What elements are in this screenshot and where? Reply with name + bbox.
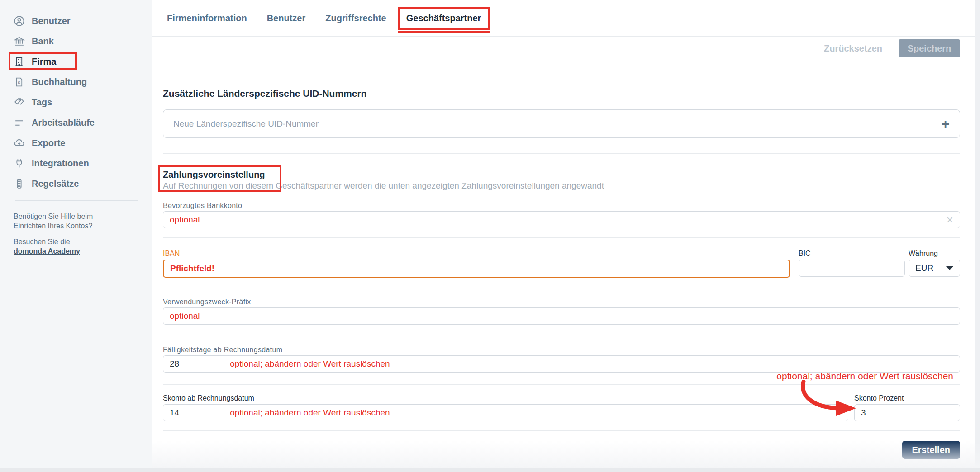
annotation-box-firma xyxy=(9,52,77,70)
sidebar-divider xyxy=(15,200,138,201)
payment-section-header: Zahlungsvoreinstellung Auf Rechnungen vo… xyxy=(163,170,960,190)
discount-days-value: 14 xyxy=(170,408,179,418)
chevron-down-icon xyxy=(946,266,953,270)
plug-icon xyxy=(14,158,25,169)
sidebar-item-buchhaltung[interactable]: $ Buchhaltung xyxy=(14,72,152,92)
tag-icon xyxy=(14,97,25,108)
discount-percent-input[interactable]: 3 xyxy=(854,404,960,421)
sidebar-item-exporte[interactable]: Exporte xyxy=(14,133,152,153)
discount-days-label: Skonto ab Rechnungsdatum xyxy=(163,394,848,402)
payment-section-subtitle: Auf Rechnungen von diesem Geschäftspartn… xyxy=(163,181,960,190)
sidebar-item-arbeitsablaeufe[interactable]: Arbeitsabläufe xyxy=(14,113,152,133)
due-days-hint: optional; abändern oder Wert rauslöschen xyxy=(230,359,390,369)
row-divider xyxy=(163,287,960,287)
currency-select[interactable]: EUR xyxy=(909,260,960,277)
sidebar-help-text: Benötigen Sie Hilfe beimEinrichten Ihres… xyxy=(14,212,152,256)
iban-row: IBAN Pflichtfeld! BIC Währung EUR xyxy=(163,250,960,278)
uid-section-title: Zusätzliche Länderspezifische UID-Nummer… xyxy=(163,89,960,99)
sidebar-item-bank[interactable]: Bank xyxy=(14,31,152,52)
sidebar-item-benutzer[interactable]: Benutzer xyxy=(14,11,152,31)
payment-section-title: Zahlungsvoreinstellung xyxy=(163,170,960,179)
sidebar-item-label: Buchhaltung xyxy=(32,77,87,87)
iban-input[interactable]: Pflichtfeld! xyxy=(163,260,790,278)
due-days-label: Fälligkeitstage ab Rechnungsdatum xyxy=(163,346,960,354)
discount-days-input[interactable]: 14 optional; abändern oder Wert rauslösc… xyxy=(163,404,848,421)
sidebar-item-label: Arbeitsabläufe xyxy=(32,118,95,128)
purpose-prefix-label: Verwendungszweck-Präfix xyxy=(163,298,960,306)
uid-input-placeholder: Neue Länderspezifische UID-Nummer xyxy=(173,119,319,129)
sidebar-item-label: Tags xyxy=(32,97,52,108)
currency-value: EUR xyxy=(915,263,933,273)
discount-row: Skonto ab Rechnungsdatum 14 optional; ab… xyxy=(163,394,960,421)
sidebar-item-label: Regelsätze xyxy=(32,179,79,189)
svg-text:$: $ xyxy=(18,80,21,85)
sidebar-item-integrationen[interactable]: Integrationen xyxy=(14,153,152,174)
invoice-icon: $ xyxy=(14,76,25,88)
geschaeftspartner-form: Zusätzliche Länderspezifische UID-Nummer… xyxy=(163,0,960,459)
bic-label: BIC xyxy=(799,250,905,258)
iban-field: IBAN Pflichtfeld! xyxy=(163,250,790,278)
help-question: Benötigen Sie Hilfe beimEinrichten Ihres… xyxy=(14,212,152,231)
domonda-academy-link[interactable]: domonda Academy xyxy=(14,247,80,255)
sidebar-item-regelsaetze[interactable]: Regelsätze xyxy=(14,174,152,194)
row-divider xyxy=(163,430,960,431)
sidebar-item-firma[interactable]: Firma xyxy=(14,52,152,72)
purpose-prefix-value: optional xyxy=(170,311,200,321)
bottom-edge-strip xyxy=(0,468,980,472)
bank-account-field: Bevorzugtes Bankkonto optional × xyxy=(163,202,960,228)
discount-percent-field: Skonto Prozent 3 xyxy=(854,394,960,421)
sidebar-item-label: Bank xyxy=(32,36,54,47)
purpose-prefix-field: Verwendungszweck-Präfix optional xyxy=(163,298,960,325)
help-visit: Besuchen Sie die domonda Academy xyxy=(14,237,152,256)
bic-field: BIC xyxy=(799,250,905,278)
discount-percent-label: Skonto Prozent xyxy=(854,394,960,402)
sidebar-item-label: Exporte xyxy=(32,138,65,148)
section-divider xyxy=(163,153,960,154)
sidebar-item-label: Integrationen xyxy=(32,158,89,169)
add-uid-icon[interactable]: + xyxy=(941,117,950,131)
discount-percent-value: 3 xyxy=(861,408,866,418)
due-days-value: 28 xyxy=(170,359,179,369)
user-icon xyxy=(14,15,25,27)
currency-label: Währung xyxy=(909,250,960,258)
rules-icon xyxy=(14,178,25,189)
currency-field: Währung EUR xyxy=(909,250,960,278)
discount-days-hint: optional; abändern oder Wert rauslöschen xyxy=(230,408,390,418)
due-days-input[interactable]: 28 optional; abändern oder Wert rauslösc… xyxy=(163,355,960,373)
discount-days-field: Skonto ab Rechnungsdatum 14 optional; ab… xyxy=(163,394,848,421)
bank-account-input[interactable]: optional × xyxy=(163,211,960,228)
create-row: Erstellen xyxy=(163,441,960,459)
row-divider xyxy=(163,335,960,335)
bic-input[interactable] xyxy=(799,260,905,277)
sidebar-item-label: Benutzer xyxy=(32,16,71,26)
sidebar-item-tags[interactable]: Tags xyxy=(14,92,152,113)
bank-account-value: optional xyxy=(170,215,200,225)
cloud-download-icon xyxy=(14,137,25,149)
annotation-hint-text: optional; abändern oder Wert rauslöschen xyxy=(776,371,953,382)
vertical-scrollbar[interactable] xyxy=(975,0,980,468)
iban-required-message: Pflichtfeld! xyxy=(170,264,214,274)
due-days-field: Fälligkeitstage ab Rechnungsdatum 28 opt… xyxy=(163,346,960,373)
row-divider xyxy=(163,237,960,238)
row-divider xyxy=(163,384,960,385)
iban-label: IBAN xyxy=(163,250,790,258)
purpose-prefix-input[interactable]: optional xyxy=(163,307,960,325)
settings-sidebar: Benutzer Bank Firma $ Buchhaltung Tags A… xyxy=(0,0,152,468)
create-button[interactable]: Erstellen xyxy=(902,441,960,459)
bank-icon xyxy=(14,36,25,47)
clear-icon[interactable]: × xyxy=(947,214,953,226)
bank-account-label: Bevorzugtes Bankkonto xyxy=(163,202,960,209)
new-uid-input[interactable]: Neue Länderspezifische UID-Nummer + xyxy=(163,109,960,138)
workflow-lines-icon xyxy=(14,117,25,128)
